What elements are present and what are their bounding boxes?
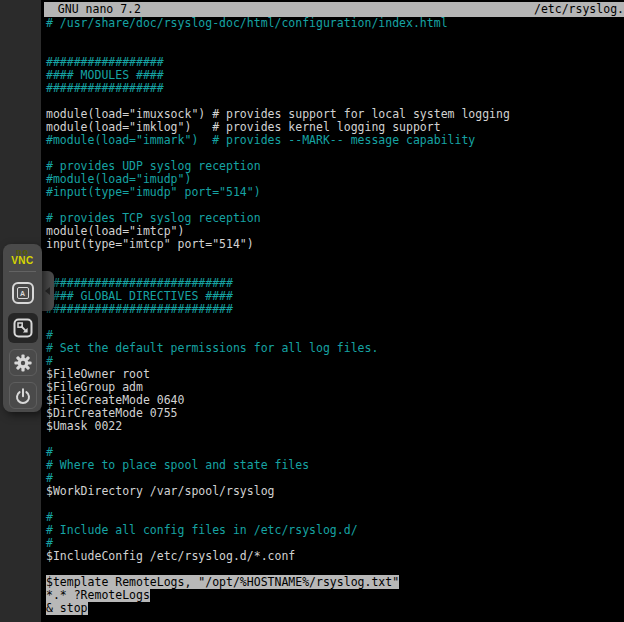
collapse-arrow-icon — [45, 287, 50, 295]
terminal-line: ########################### — [46, 303, 624, 316]
terminal-line: ################# — [46, 82, 624, 95]
selected-text: *.* ?RemoteLogs — [46, 588, 150, 602]
fullscreen-icon — [13, 318, 33, 338]
terminal-line: #input(type="imudp" port="514") — [46, 186, 624, 199]
nano-app-title: GNU nano 7.2 — [44, 2, 141, 17]
control-bar-handle[interactable] — [41, 271, 54, 311]
novnc-control-bar: no VNC A — [3, 244, 42, 412]
power-icon — [13, 386, 33, 406]
terminal-line: $Umask 0022 — [46, 420, 624, 433]
gear-icon — [14, 354, 32, 372]
nano-titlebar: GNU nano 7.2 /etc/rsyslog. — [44, 2, 624, 17]
terminal-line: # /usr/share/doc/rsyslog-doc/html/config… — [46, 17, 624, 30]
terminal-line — [46, 30, 624, 43]
terminal-line: & stop — [46, 602, 624, 615]
terminal-line: *.* ?RemoteLogs — [46, 589, 624, 602]
selected-text: & stop — [46, 601, 88, 615]
terminal-line: #module(load="immark") # provides --MARK… — [46, 134, 624, 147]
terminal-line — [46, 433, 624, 446]
keyboard-a-icon: A — [12, 282, 34, 304]
keyboard-button[interactable]: A — [9, 280, 37, 307]
vnc-screen[interactable]: GNU nano 7.2 /etc/rsyslog. # /usr/share/… — [41, 0, 624, 622]
terminal-line: $WorkDirectory /var/spool/rsyslog — [46, 485, 624, 498]
terminal-line: input(type="imtcp" port="514") — [46, 238, 624, 251]
terminal-line: # Include all config files in /etc/rsysl… — [46, 524, 624, 537]
terminal-line — [46, 316, 624, 329]
terminal-line — [46, 498, 624, 511]
terminal-line — [46, 251, 624, 264]
terminal-line: $DirCreateMode 0755 — [46, 407, 624, 420]
novnc-logo-bottom: VNC — [11, 256, 34, 266]
selected-text: $template RemoteLogs, "/opt/%HOSTNAME%/r… — [46, 575, 399, 589]
novnc-logo: no VNC — [11, 249, 34, 266]
terminal-line: # Where to place spool and state files — [46, 459, 624, 472]
power-button[interactable] — [9, 382, 37, 409]
nano-file-path: /etc/rsyslog. — [534, 2, 624, 17]
terminal-line: $IncludeConfig /etc/rsyslog.d/*.conf — [46, 550, 624, 563]
terminal-line: # Set the default permissions for all lo… — [46, 342, 624, 355]
settings-button[interactable] — [9, 349, 37, 376]
toolbar-divider — [9, 271, 36, 272]
fullscreen-button[interactable] — [8, 313, 38, 344]
terminal-content: # /usr/share/doc/rsyslog-doc/html/config… — [46, 17, 624, 615]
